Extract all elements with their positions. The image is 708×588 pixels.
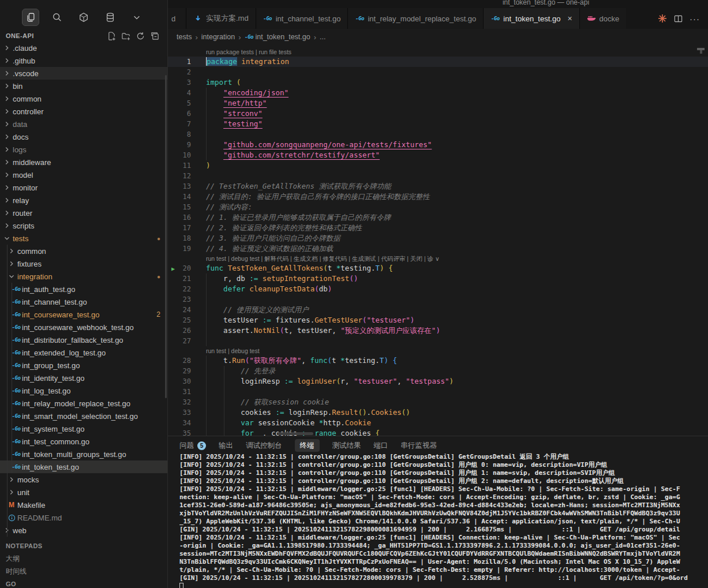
tree-item-middleware[interactable]: middleware xyxy=(0,156,167,168)
tree-item-int_distributor_fallback_test.go[interactable]: -Goint_distributor_fallback_test.go xyxy=(0,334,167,346)
tree-item-web[interactable]: web xyxy=(0,524,167,537)
tree-item-model[interactable]: model xyxy=(0,168,167,181)
tab-d[interactable]: d xyxy=(168,8,186,29)
codelens: run package tests | run file tests xyxy=(168,47,708,57)
tree-item-int_group_test.go[interactable]: -Goint_group_test.go xyxy=(0,359,167,372)
code-line-22: 22 defer cleanupTestData(db) xyxy=(168,284,708,294)
tree-item-scripts[interactable]: scripts xyxy=(0,219,167,232)
tree-item-unit[interactable]: unit xyxy=(0,486,167,499)
new-file-icon[interactable] xyxy=(107,32,116,40)
terminal-line: xjbTVoYldVR2MzUnlhVzVuREFZQUJISnZiM1FHYz… xyxy=(179,510,708,518)
tree-item-router[interactable]: router xyxy=(0,207,167,219)
tree-item-int_courseware_test.go[interactable]: -Goint_courseware_test.go2 xyxy=(0,308,167,321)
panel-tab-label: 终端 xyxy=(300,441,314,451)
breadcrumb-label: integration xyxy=(201,33,235,41)
horizontal-scrollbar[interactable] xyxy=(278,432,313,435)
more-actions-icon[interactable]: ··· xyxy=(690,14,700,24)
codelens-actions[interactable]: run test | debug test xyxy=(206,346,260,355)
panel-tab-测试结果[interactable]: 测试结果 xyxy=(332,439,361,452)
sidebar-section-GO[interactable]: GO xyxy=(0,578,167,588)
tree-item-Makefile[interactable]: MMakefile xyxy=(0,499,167,511)
sidebar-scrollbar[interactable] xyxy=(165,75,167,398)
code-text: testUser := fixtures.GetTestUser("testus… xyxy=(206,315,414,325)
tree-item-int_extended_log_test.go[interactable]: -Goint_extended_log_test.go xyxy=(0,346,167,359)
tree-item-int_token_test.go[interactable]: -Goint_token_test.go xyxy=(0,460,167,473)
breadcrumb-item-tests[interactable]: tests xyxy=(177,33,192,41)
tree-item-.claude[interactable]: .claude xyxy=(0,42,167,54)
tree-item-int_channel_test.go[interactable]: -Goint_channel_test.go xyxy=(0,295,167,308)
tree-item-logs[interactable]: logs xyxy=(0,143,167,156)
tree-item-int_relay_model_replace_test.go[interactable]: -Goint_relay_model_replace_test.go xyxy=(0,397,167,410)
codelens-actions[interactable]: run package tests | run file tests xyxy=(206,47,291,57)
codelens-actions[interactable]: run test | debug test | 解释代码 | 生成文档 | 修复… xyxy=(206,254,440,263)
tree-item-.github[interactable]: .github xyxy=(0,54,167,67)
tree-item-label: int_token_test.go xyxy=(22,463,79,471)
tree-item-mocks[interactable]: mocks xyxy=(0,473,167,486)
tree-item-tests[interactable]: tests● xyxy=(0,232,167,245)
starburst-icon[interactable] xyxy=(658,14,667,23)
tree-item-int_courseware_webhook_test.go[interactable]: -Goint_courseware_webhook_test.go xyxy=(0,321,167,334)
breadcrumb-item-int_token_test.go[interactable]: -Goint_token_test.go xyxy=(244,33,310,41)
tab-docke[interactable]: docke xyxy=(580,8,627,29)
tree-item-bin[interactable]: bin xyxy=(0,80,167,92)
go-file-icon: -Go xyxy=(12,413,21,419)
tree-item-common[interactable]: common xyxy=(0,92,167,105)
tree-item-integration[interactable]: integration● xyxy=(0,270,167,283)
run-test-play-icon[interactable]: ▶ xyxy=(171,263,175,274)
tree-item-int_system_test.go[interactable]: -Goint_system_test.go xyxy=(0,422,167,435)
tree-item-int_identity_test.go[interactable]: -Goint_identity_test.go xyxy=(0,372,167,384)
line-number: 1 xyxy=(168,58,191,66)
tree-item-common[interactable]: common xyxy=(0,245,167,257)
code-line-33: 33 cookies := loginResp.Result().Cookies… xyxy=(168,407,708,418)
tree-item-int_token_multi_groups_test.go[interactable]: -Goint_token_multi_groups_test.go xyxy=(0,448,167,460)
tree-item-data[interactable]: data xyxy=(0,118,167,130)
search-icon[interactable] xyxy=(48,9,66,26)
tree-item-README.md[interactable]: README.md xyxy=(0,511,167,524)
panel-tab-输出[interactable]: 输出 xyxy=(219,439,233,452)
terminal-line: -origin | Cookie: _ga=GA1.1.1398517980.1… xyxy=(179,542,708,550)
new-folder-icon[interactable] xyxy=(122,32,130,40)
code-line-14: 14// 测试目的: 验证用户获取自己所有令牌的接口正确性和数据完整性 xyxy=(168,192,708,202)
tab-int_channel_test.go[interactable]: -Goint_channel_test.go xyxy=(256,8,349,29)
tree-item-int_smart_model_selection_test.go[interactable]: -Goint_smart_model_selection_test.go xyxy=(0,410,167,422)
panel-tab-问题[interactable]: 问题5 xyxy=(179,439,206,452)
tree-item-controller[interactable]: controller xyxy=(0,105,167,118)
chevron-right-icon xyxy=(2,208,12,218)
refresh-icon[interactable] xyxy=(136,32,145,40)
go-file-icon: -Go xyxy=(12,388,21,394)
tree-item-docs[interactable]: docs xyxy=(0,130,167,143)
chevron-down-icon[interactable] xyxy=(128,9,145,26)
close-icon[interactable]: × xyxy=(567,14,572,23)
code-text: cookies := loginResp.Result().Cookies() xyxy=(206,407,410,418)
panel-tab-调试控制台[interactable]: 调试控制台 xyxy=(246,439,282,452)
panel-tab-端口[interactable]: 端口 xyxy=(374,439,388,452)
pages-icon[interactable] xyxy=(22,9,39,26)
database-icon[interactable] xyxy=(102,9,119,26)
code-text: // 获取session cookie xyxy=(206,397,329,407)
cube-icon[interactable] xyxy=(75,9,92,26)
tree-item-int_test_common.go[interactable]: -Goint_test_common.go xyxy=(0,435,167,448)
panel-tab-终端[interactable]: 终端 xyxy=(295,439,320,452)
sidebar-section-NOTEPADS[interactable]: NOTEPADS xyxy=(0,540,167,552)
breadcrumb-item-integration[interactable]: integration xyxy=(201,33,235,41)
bottom-panel: 问题5输出调试控制台终端测试结果端口串行监视器 [INFO] 2025/10/2… xyxy=(168,436,708,588)
tree-item-relay[interactable]: relay xyxy=(0,194,167,207)
tree-item-monitor[interactable]: monitor xyxy=(0,181,167,194)
tab-int_relay_model_replace_test.go[interactable]: -Goint_relay_model_replace_test.go xyxy=(348,8,484,29)
terminal-output[interactable]: [INFO] 2025/10/24 - 11:32:15 | controlle… xyxy=(179,453,708,588)
tab-实现方案.md[interactable]: 实现方案.md xyxy=(186,8,256,29)
code-editor[interactable]: run package tests | run file tests1packa… xyxy=(168,45,708,436)
split-editor-icon[interactable] xyxy=(674,14,683,23)
tree-item-.vscode[interactable]: .vscode xyxy=(0,67,167,80)
sidebar-section-时间线[interactable]: 时间线 xyxy=(0,565,167,578)
collapse-all-icon[interactable] xyxy=(151,32,159,40)
sidebar-section-大纲[interactable]: 大纲 xyxy=(0,552,167,565)
code-text: // 测试目的: 验证用户获取自己所有令牌的接口正确性和数据完整性 xyxy=(206,192,430,202)
panel-tab-串行监视器[interactable]: 串行监视器 xyxy=(401,439,437,452)
tree-item-fixtures[interactable]: fixtures xyxy=(0,257,167,270)
tree-item-int_log_test.go[interactable]: -Goint_log_test.go xyxy=(0,384,167,397)
tab-int_token_test.go[interactable]: -Goint_token_test.go× xyxy=(484,8,579,29)
tree-item-int_auth_test.go[interactable]: -Goint_auth_test.go xyxy=(0,283,167,295)
tree-item-label: int_channel_test.go xyxy=(22,298,87,306)
breadcrumb-item-...[interactable]: ... xyxy=(320,33,325,41)
